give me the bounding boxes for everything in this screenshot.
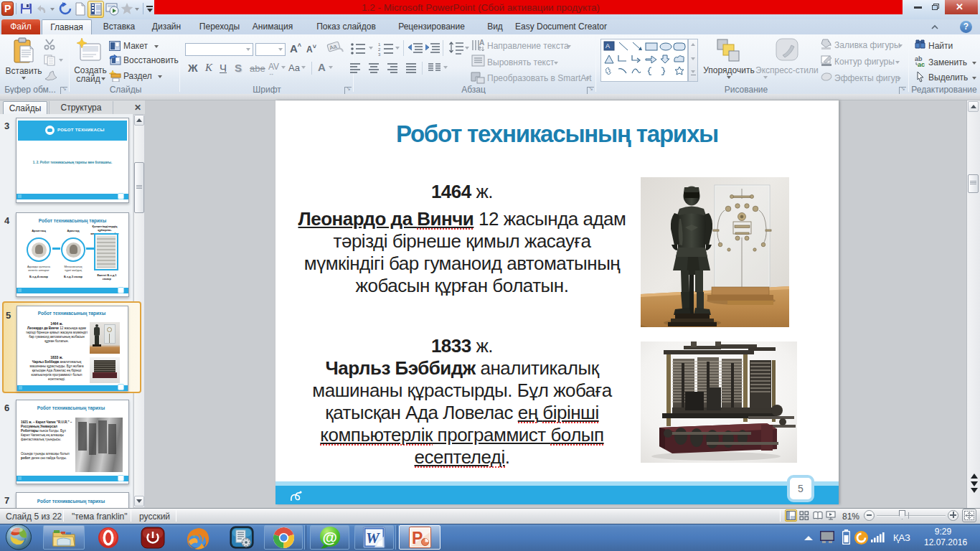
svg-text:P: P	[412, 529, 423, 547]
svg-text:A: A	[479, 39, 484, 47]
svg-text:3: 3	[378, 52, 381, 56]
svg-text:1: 1	[378, 42, 381, 47]
svg-text:@: @	[323, 529, 337, 545]
svg-text:A: A	[606, 42, 610, 50]
svg-text:2: 2	[378, 47, 381, 52]
svg-text:ac: ac	[918, 61, 925, 67]
